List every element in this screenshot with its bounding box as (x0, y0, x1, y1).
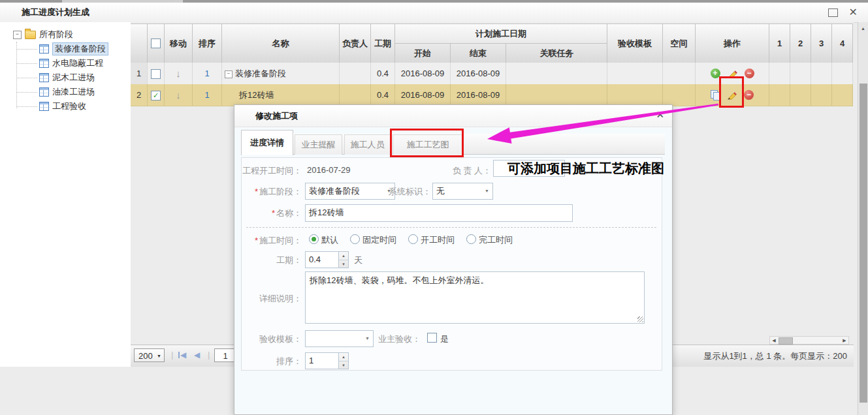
tree-item-label[interactable]: 油漆工进场 (52, 86, 95, 98)
dialog-close-icon[interactable]: ✕ (656, 109, 664, 121)
sort-link[interactable]: 1 (204, 69, 209, 78)
header-move[interactable]: 移动 (165, 24, 193, 63)
collapse-expander-icon[interactable]: − (13, 31, 22, 39)
tree-item-label[interactable]: 泥木工进场 (52, 72, 95, 84)
row-number: 2 (131, 84, 148, 106)
header-owner[interactable]: 负责人 (340, 24, 371, 63)
horizontal-scrollbar[interactable]: ◀ ▶ (769, 336, 849, 345)
tab-process-drawing[interactable]: 施工工艺图 (393, 134, 463, 155)
tree-item-label[interactable]: 水电隐蔽工程 (52, 57, 103, 69)
header-space[interactable]: 空间 (663, 24, 696, 63)
scroll-up-icon[interactable]: ▲ (858, 26, 868, 31)
tree-connector (16, 63, 37, 64)
radio-option-fixed[interactable]: 固定时间 (350, 234, 396, 246)
header-day-3[interactable]: 3 (811, 24, 832, 63)
owner-accept-checkbox[interactable] (427, 333, 437, 343)
tree-root-all-stages[interactable]: − 所有阶段 (13, 27, 131, 42)
tree-item-painting[interactable]: 油漆工进场 (39, 85, 131, 99)
move-down-icon[interactable]: ↓ (176, 89, 181, 100)
radio-icon[interactable] (350, 234, 360, 244)
spin-up-icon[interactable]: ▲ (339, 252, 348, 260)
first-page-button[interactable]: ◀ (178, 349, 186, 361)
header-related-task[interactable]: 关联任务 (506, 44, 607, 63)
order-spinner[interactable]: 1 ▲▼ (305, 352, 349, 369)
radio-icon[interactable] (466, 234, 476, 244)
radio-icon[interactable] (408, 234, 418, 244)
add-icon[interactable]: + (711, 69, 720, 78)
collapse-icon[interactable]: − (225, 70, 233, 78)
accept-template-select[interactable]: ▼ (305, 330, 374, 347)
header-select-all[interactable] (148, 24, 165, 63)
page-title: 施工进度计划生成 (22, 3, 89, 22)
radio-icon-selected[interactable] (309, 234, 319, 244)
spin-down-icon[interactable]: ▼ (339, 260, 348, 268)
scroll-right-icon[interactable]: ▶ (841, 337, 848, 344)
row-checkbox[interactable] (151, 69, 161, 79)
sort-cell[interactable]: 1 (193, 63, 222, 84)
tree-item-stage-prepare[interactable]: 装修准备阶段 (39, 42, 131, 56)
radio-option-default[interactable]: 默认 (309, 234, 338, 246)
header-end[interactable]: 结束 (451, 44, 506, 63)
tab-progress-detail[interactable]: 进度详情 (241, 130, 293, 155)
scroll-left-icon[interactable]: ◀ (770, 337, 778, 344)
space-cell (663, 63, 696, 84)
header-day-4[interactable]: 4 (832, 24, 853, 63)
header-operation[interactable]: 操作 (696, 24, 769, 63)
tree-item-label[interactable]: 工程验收 (52, 100, 86, 112)
tree-item-label[interactable]: 装修准备阶段 (52, 42, 108, 55)
page-number-input[interactable]: 1 (214, 348, 236, 362)
select-all-checkbox[interactable] (151, 38, 161, 48)
header-name[interactable]: 名称 (222, 24, 340, 63)
header-day-1[interactable]: 1 (769, 24, 790, 63)
order-value[interactable]: 1 (305, 352, 339, 369)
tab-owner-reminder[interactable]: 业主提醒 (295, 134, 342, 155)
move-cell[interactable]: ↓ (165, 84, 193, 106)
prev-page-button[interactable]: ◀ (194, 349, 200, 361)
row-select-cell[interactable]: ✓ (148, 84, 165, 106)
edit-icon[interactable] (726, 89, 737, 100)
tree-item-carpentry[interactable]: 泥木工进场 (39, 70, 131, 85)
maximize-icon[interactable] (828, 8, 838, 17)
stage-select[interactable]: 装修准备阶段▼ (305, 183, 395, 200)
move-down-icon[interactable]: ↓ (176, 68, 181, 79)
radio-option-start[interactable]: 开工时间 (408, 234, 455, 246)
header-duration[interactable]: 工期 (371, 24, 395, 63)
tree-item-acceptance[interactable]: 工程验收 (39, 99, 131, 114)
horizontal-scroll-thumb[interactable] (779, 337, 793, 345)
duration-spinner[interactable]: 0.4 ▲▼ (305, 251, 349, 268)
edit-icon[interactable] (727, 68, 738, 79)
detail-textarea[interactable]: 拆除12砖墙、装袋，码堆。不包上外室外清运。 (305, 271, 645, 324)
pager-status-text: 显示从1到1，总 1 条。每页显示：200 (703, 345, 847, 367)
sort-cell[interactable]: 1 (193, 84, 222, 106)
tree-item-hydro-electric[interactable]: 水电隐蔽工程 (39, 56, 131, 70)
vertical-scrollbar[interactable]: ▲ (858, 22, 868, 415)
delete-icon[interactable]: − (745, 69, 754, 78)
vertical-scroll-thumb[interactable] (860, 84, 867, 403)
sort-link[interactable]: 1 (204, 90, 209, 100)
duration-label: 工期： (242, 254, 302, 266)
header-sort[interactable]: 排序 (193, 24, 222, 63)
page-size-select[interactable]: 200 ▼ (134, 348, 165, 362)
header-day-2[interactable]: 2 (790, 24, 811, 63)
header-accept-template[interactable]: 验收模板 (607, 24, 663, 63)
system-flag-select[interactable]: 无▼ (432, 183, 493, 200)
row-select-cell[interactable] (148, 63, 165, 84)
move-cell[interactable]: ↓ (165, 63, 193, 84)
spin-up-icon[interactable]: ▲ (339, 353, 348, 361)
radio-option-finish[interactable]: 完工时间 (466, 234, 513, 246)
copy-icon[interactable] (711, 90, 720, 100)
name-input[interactable]: 拆12砖墙 (305, 204, 573, 222)
duration-cell: 0.4 (371, 84, 395, 106)
resize-handle[interactable] (637, 316, 643, 322)
delete-icon[interactable]: − (744, 90, 754, 100)
duration-value[interactable]: 0.4 (305, 251, 339, 268)
row-checkbox-checked[interactable]: ✓ (151, 91, 161, 100)
spin-down-icon[interactable]: ▼ (339, 361, 348, 369)
tree-root-label[interactable]: 所有阶段 (39, 29, 73, 40)
day-cell (832, 63, 853, 84)
header-rownum (131, 24, 148, 63)
tab-workers[interactable]: 施工人员 (344, 134, 391, 155)
header-start[interactable]: 开始 (395, 44, 451, 63)
caret-down-icon: ▼ (157, 349, 161, 363)
close-icon[interactable]: ✕ (849, 5, 858, 20)
